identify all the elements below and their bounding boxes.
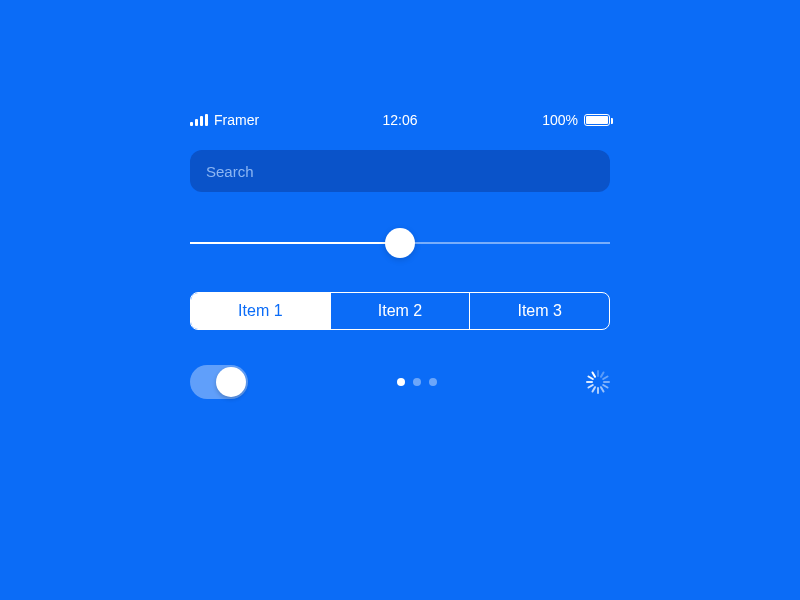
segment-item-label: Item 1 — [238, 302, 282, 320]
segment-item-3[interactable]: Item 3 — [470, 293, 609, 329]
battery-percent-label: 100% — [542, 112, 578, 128]
segmented-control[interactable]: Item 1 Item 2 Item 3 — [190, 292, 610, 330]
slider-fill — [190, 242, 400, 244]
slider[interactable] — [190, 228, 610, 258]
signal-icon — [190, 114, 208, 126]
page-indicator[interactable] — [397, 378, 437, 386]
segment-item-1[interactable]: Item 1 — [191, 293, 331, 329]
page-dot[interactable] — [397, 378, 405, 386]
clock-label: 12:06 — [382, 112, 417, 128]
segment-item-label: Item 2 — [378, 302, 422, 320]
page-dot[interactable] — [413, 378, 421, 386]
carrier-label: Framer — [214, 112, 259, 128]
page-dot[interactable] — [429, 378, 437, 386]
search-input[interactable] — [190, 150, 610, 192]
loading-spinner-icon — [586, 370, 610, 394]
status-bar: Framer 12:06 100% — [190, 110, 610, 130]
battery-icon — [584, 114, 610, 126]
segment-item-2[interactable]: Item 2 — [331, 293, 471, 329]
toggle-knob — [216, 367, 246, 397]
slider-thumb[interactable] — [385, 228, 415, 258]
toggle-switch[interactable] — [190, 365, 248, 399]
segment-item-label: Item 3 — [517, 302, 561, 320]
